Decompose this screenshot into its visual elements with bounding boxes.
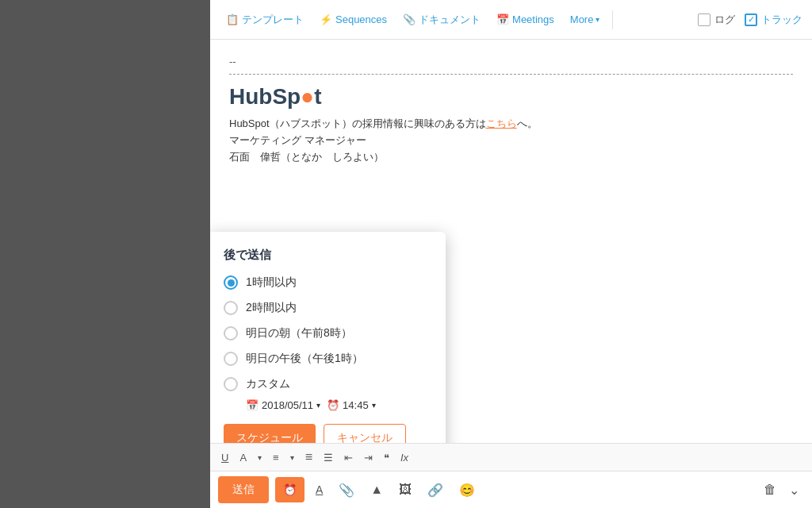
email-body: HubSpot（ハブスポット）の採用情報に興味のある方はこちらへ。 マーケティン… bbox=[229, 116, 793, 165]
date-chevron-icon: ▾ bbox=[316, 401, 320, 410]
schedule-icon-button[interactable]: ⏰ bbox=[275, 477, 304, 502]
dropdown-actions: スケジュール キャンセル bbox=[224, 424, 430, 443]
attach-file-button[interactable]: 📎 bbox=[334, 478, 359, 502]
radio-option-2h[interactable]: 2時間以内 bbox=[224, 301, 430, 315]
ordered-list-button[interactable]: ≡ bbox=[301, 447, 317, 468]
radio-2h-label: 2時間以内 bbox=[246, 301, 297, 315]
template-icon: 📋 bbox=[226, 13, 239, 25]
sidebar bbox=[0, 0, 210, 508]
align-button[interactable]: ≡ bbox=[268, 448, 284, 467]
custom-date-button[interactable]: 📅 2018/05/11 ▾ bbox=[246, 399, 320, 411]
log-button[interactable]: ログ bbox=[698, 13, 735, 27]
indent-increase-button[interactable]: ⇥ bbox=[359, 448, 377, 467]
delete-button[interactable]: 🗑 bbox=[759, 478, 781, 502]
drive-icon: ▲ bbox=[370, 483, 383, 496]
template-button[interactable]: 📋 テンプレート bbox=[220, 9, 310, 31]
link-icon: 🔗 bbox=[427, 483, 443, 497]
cancel-button[interactable]: キャンセル bbox=[324, 424, 406, 443]
email-content: -- HubSp●t HubSpot（ハブスポット）の採用情報に興味のある方はこ… bbox=[210, 40, 812, 443]
color-picker-button[interactable]: ▾ bbox=[253, 450, 266, 465]
sequences-button[interactable]: ⚡ Sequences bbox=[313, 10, 393, 29]
custom-date-value: 2018/05/11 bbox=[262, 399, 313, 411]
underline-button[interactable]: U bbox=[216, 448, 233, 467]
documents-icon: 📎 bbox=[403, 13, 416, 25]
radio-tomorrow-pm-circle[interactable] bbox=[224, 352, 238, 366]
indent-decrease-button[interactable]: ⇤ bbox=[339, 448, 358, 467]
image-button[interactable]: 🖼 bbox=[394, 478, 416, 502]
radio-option-custom[interactable]: カスタム bbox=[224, 377, 430, 391]
blockquote-button[interactable]: ❝ bbox=[379, 448, 394, 467]
clock-icon: ⏰ bbox=[327, 399, 339, 411]
toolbar-divider bbox=[612, 10, 613, 29]
align-chevron-button[interactable]: ▾ bbox=[285, 450, 299, 465]
image-icon: 🖼 bbox=[399, 483, 412, 496]
link-button[interactable]: 🔗 bbox=[423, 478, 448, 502]
email-link[interactable]: こちら bbox=[486, 117, 517, 129]
top-toolbar: 📋 テンプレート ⚡ Sequences 📎 ドキュメント 📅 Meetings… bbox=[210, 0, 812, 40]
email-divider bbox=[229, 74, 793, 75]
radio-1h-label: 1時間以内 bbox=[246, 275, 297, 290]
radio-2h-circle[interactable] bbox=[224, 301, 238, 315]
radio-tomorrow-am-label: 明日の朝（午前8時） bbox=[246, 326, 352, 341]
chevron-down-icon: ▾ bbox=[596, 15, 599, 24]
trash-icon: 🗑 bbox=[764, 483, 776, 496]
sequences-icon: ⚡ bbox=[320, 13, 332, 25]
hubspot-name: HubSp●t bbox=[229, 84, 321, 110]
expand-icon: ⌄ bbox=[789, 483, 799, 497]
radio-custom-label: カスタム bbox=[246, 377, 290, 391]
main-area: 📋 テンプレート ⚡ Sequences 📎 ドキュメント 📅 Meetings… bbox=[210, 0, 812, 508]
custom-datetime-section: 📅 2018/05/11 ▾ ⏰ 14:45 ▾ bbox=[246, 399, 430, 411]
custom-time-button[interactable]: ⏰ 14:45 ▾ bbox=[327, 399, 376, 411]
more-button[interactable]: More ▾ bbox=[564, 10, 607, 29]
alarm-icon: ⏰ bbox=[283, 483, 297, 496]
send-later-dropdown: 後で送信 1時間以内 2時間以内 明日の朝（午前8時） 明日の午後（午後1時） bbox=[210, 232, 446, 443]
meetings-icon: 📅 bbox=[496, 13, 509, 25]
radio-tomorrow-am-circle[interactable] bbox=[224, 326, 238, 341]
emoji-button[interactable]: 😊 bbox=[454, 478, 480, 502]
font-icon: A bbox=[316, 483, 323, 496]
custom-time-value: 14:45 bbox=[343, 399, 369, 411]
log-checkbox[interactable] bbox=[698, 13, 710, 26]
font-color-button[interactable]: A bbox=[235, 448, 251, 467]
schedule-button[interactable]: スケジュール bbox=[224, 424, 316, 443]
dropdown-title: 後で送信 bbox=[224, 248, 430, 263]
hubspot-dot: ● bbox=[301, 84, 314, 109]
radio-custom-circle[interactable] bbox=[224, 377, 238, 391]
radio-1h-circle[interactable] bbox=[224, 275, 238, 290]
documents-button[interactable]: 📎 ドキュメント bbox=[396, 9, 487, 31]
emoji-icon: 😊 bbox=[459, 483, 475, 497]
toolbar-right: ログ ✓ トラック bbox=[698, 13, 802, 27]
email-separator: -- bbox=[229, 56, 793, 67]
radio-option-tomorrow-pm[interactable]: 明日の午後（午後1時） bbox=[224, 352, 430, 366]
more-options-button[interactable]: ⌄ bbox=[784, 478, 804, 502]
hubspot-logo: HubSp●t bbox=[229, 84, 793, 110]
time-chevron-icon: ▾ bbox=[372, 401, 376, 410]
track-button[interactable]: ✓ トラック bbox=[745, 13, 802, 27]
font-format-button[interactable]: A bbox=[311, 478, 327, 502]
track-checkbox[interactable]: ✓ bbox=[745, 13, 757, 26]
radio-option-1h[interactable]: 1時間以内 bbox=[224, 275, 430, 290]
format-toolbar: U A ▾ ≡ ▾ ≡ ☰ ⇤ ⇥ ❝ Ix bbox=[210, 443, 812, 471]
clear-format-button[interactable]: Ix bbox=[396, 448, 413, 467]
radio-option-tomorrow-am[interactable]: 明日の朝（午前8時） bbox=[224, 326, 430, 341]
action-toolbar-right: 🗑 ⌄ bbox=[759, 478, 804, 502]
action-toolbar: 送信 ⏰ A 📎 ▲ 🖼 🔗 😊 🗑 ⌄ bbox=[210, 471, 812, 508]
paperclip-icon: 📎 bbox=[339, 483, 354, 497]
meetings-button[interactable]: 📅 Meetings bbox=[490, 10, 561, 29]
unordered-list-button[interactable]: ☰ bbox=[319, 448, 338, 467]
calendar-icon: 📅 bbox=[246, 399, 259, 411]
send-button[interactable]: 送信 bbox=[218, 476, 269, 503]
drive-button[interactable]: ▲ bbox=[366, 478, 388, 502]
radio-tomorrow-pm-label: 明日の午後（午後1時） bbox=[246, 352, 363, 366]
